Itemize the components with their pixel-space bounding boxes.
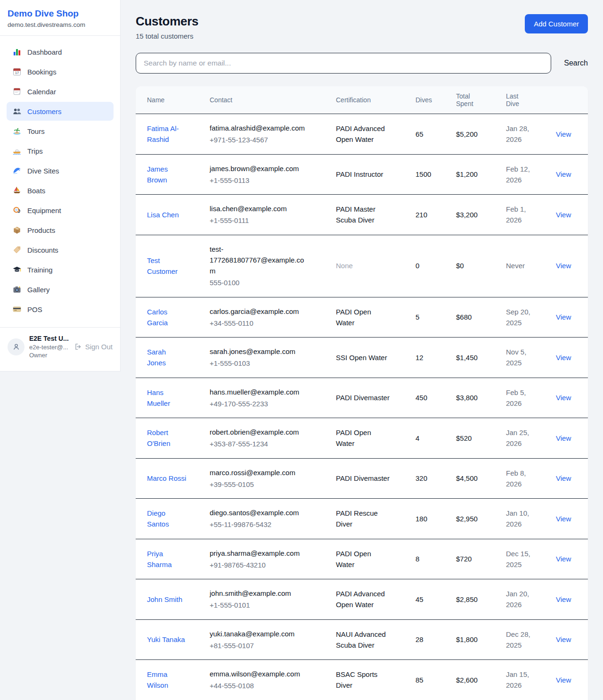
customer-name-link[interactable]: Fatima Al-Rashid [147,123,187,145]
customer-dives: 450 [416,394,427,402]
customer-certification: PADI Rescue Diver [336,508,391,530]
search-button[interactable]: Search [564,59,588,67]
view-customer-link[interactable]: View [556,474,571,482]
customers-icon [12,107,22,116]
view-customer-link[interactable]: View [556,515,571,523]
sign-out-button[interactable]: Sign Out [74,343,113,351]
customer-dives: 210 [416,211,427,219]
customer-last-dive: Feb 5, 2026 [506,387,539,409]
customer-name-link[interactable]: Lisa Chen [147,209,179,220]
customer-dives: 8 [416,555,419,563]
sidebar-item-pos[interactable]: POS [7,300,114,319]
customer-total-spent: $0 [456,262,464,270]
view-customer-link[interactable]: View [556,595,571,603]
view-customer-link[interactable]: View [556,170,571,178]
customer-last-dive: Jan 25, 2026 [506,427,539,449]
customer-name-link[interactable]: James Brown [147,164,187,186]
table-row: Carlos Garcia carlos.garcia@example.com … [136,297,588,338]
column-header-actions [550,86,588,114]
customer-dives: 12 [416,354,424,362]
customer-name-link[interactable]: Hans Mueller [147,387,187,409]
nav-item-label: Tours [27,127,45,135]
sidebar-item-trips[interactable]: Trips [7,141,114,160]
view-customer-link[interactable]: View [556,676,571,684]
view-customer-link[interactable]: View [556,434,571,442]
customer-phone: +49-170-555-2233 [210,398,325,409]
customer-email: john.smith@example.com [210,588,306,599]
customers-table: Name Contact Certification Dives Total S… [136,86,588,700]
sidebar-item-equipment[interactable]: Equipment [7,201,114,220]
customer-name-link[interactable]: John Smith [147,594,182,605]
equipment-icon [12,206,22,215]
sidebar-item-gallery[interactable]: Gallery [7,280,114,299]
page-header-text: Customers 15 total customers [136,14,198,40]
customer-total-spent: $2,600 [456,676,478,684]
table-row: John Smith john.smith@example.com +1-555… [136,579,588,620]
view-customer-link[interactable]: View [556,635,571,643]
view-customer-link[interactable]: View [556,211,571,219]
calendar-icon [12,87,22,96]
nav-item-label: POS [27,305,42,313]
customer-name-link[interactable]: Yuki Tanaka [147,634,185,645]
sidebar-item-boats[interactable]: Boats [7,181,114,200]
view-customer-link[interactable]: View [556,394,571,402]
add-customer-button[interactable]: Add Customer [525,14,588,33]
column-header-name: Name [136,86,204,114]
customers-table-body: Fatima Al-Rashid fatima.alrashid@example… [136,114,588,700]
customer-certification: PADI Divemaster [336,392,390,403]
customer-last-dive: Dec 15, 2025 [506,548,539,570]
customer-phone: +91-98765-43210 [210,560,325,570]
user-meta: E2E Test U... e2e-tester@... Owner [29,334,69,360]
view-customer-link[interactable]: View [556,130,571,138]
nav-item-label: Trips [27,147,43,155]
nav-item-label: Training [27,266,53,274]
view-customer-link[interactable]: View [556,313,571,321]
customer-name-link[interactable]: Diego Santos [147,508,187,530]
sidebar-item-tours[interactable]: Tours [7,122,114,140]
sidebar-item-bookings[interactable]: Bookings [7,62,114,81]
customer-phone: +971-55-123-4567 [210,134,325,145]
table-row: Robert O'Brien robert.obrien@example.com… [136,418,588,459]
customer-phone: +34-555-0110 [210,318,325,329]
customer-name-link[interactable]: Sarah Jones [147,346,187,369]
sidebar-item-calendar[interactable]: Calendar [7,82,114,101]
customer-phone: +353-87-555-1234 [210,438,325,449]
table-row: Test Customer test-1772681807767@example… [136,235,588,297]
trips-icon [12,146,22,156]
sidebar-nav: Dashboard Bookings Calendar Customers To… [0,36,120,324]
sidebar-item-dive-sites[interactable]: Dive Sites [7,161,114,180]
customer-name-link[interactable]: Carlos Garcia [147,306,187,329]
sidebar-item-discounts[interactable]: Discounts [7,240,114,259]
sidebar-item-training[interactable]: Training [7,260,114,279]
training-icon [12,265,22,274]
customer-dives: 1500 [416,170,431,178]
sidebar-item-products[interactable]: Products [7,221,114,239]
customer-email: carlos.garcia@example.com [210,306,306,317]
customer-name-link[interactable]: Priya Sharma [147,548,187,570]
customer-certification: PADI Open Water [336,548,391,570]
table-row: Hans Mueller hans.mueller@example.com +4… [136,378,588,418]
nav-item-label: Calendar [27,88,56,96]
sidebar-item-customers[interactable]: Customers [7,102,114,121]
shop-name: Demo Dive Shop [8,8,113,19]
customer-total-spent: $2,850 [456,595,478,603]
pos-icon [12,305,22,314]
view-customer-link[interactable]: View [556,555,571,563]
table-row: Yuki Tanaka yuki.tanaka@example.com +81-… [136,619,588,660]
sidebar-item-dashboard[interactable]: Dashboard [7,42,114,61]
customer-name-link[interactable]: Marco Rossi [147,473,186,484]
boats-icon [12,186,22,195]
table-row: Sarah Jones sarah.jones@example.com +1-5… [136,338,588,378]
search-input[interactable] [136,53,551,74]
view-customer-link[interactable]: View [556,354,571,362]
customer-total-spent: $520 [456,434,472,442]
customer-name-link[interactable]: Test Customer [147,255,187,277]
customer-certification: PADI Open Water [336,427,391,449]
view-customer-link[interactable]: View [556,262,571,270]
customer-email: test-1772681807767@example.com [210,244,306,277]
customer-name-link[interactable]: Emma Wilson [147,669,187,691]
customer-name-link[interactable]: Robert O'Brien [147,427,187,449]
dive-sites-icon [12,166,22,175]
customer-last-dive: Sep 20, 2025 [506,306,539,329]
customer-dives: 28 [416,635,424,643]
